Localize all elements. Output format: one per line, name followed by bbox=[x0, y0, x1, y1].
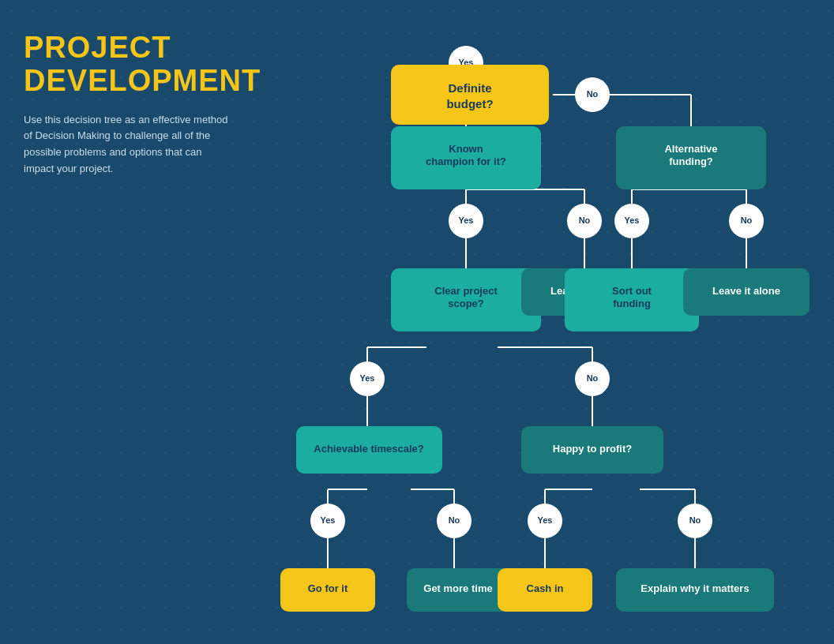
svg-text:Achievable timescale?: Achievable timescale? bbox=[314, 443, 424, 455]
yes-circle-alt: Yes bbox=[625, 215, 640, 225]
decision-tree-chart: Yes Definite budget? No Known champion f… bbox=[253, 16, 821, 631]
svg-text:Explain why it matters: Explain why it matters bbox=[641, 582, 749, 594]
svg-text:Alternative: Alternative bbox=[664, 143, 717, 155]
yes-circle-scope: Yes bbox=[360, 373, 375, 383]
svg-text:scope?: scope? bbox=[448, 298, 484, 309]
svg-text:Cash in: Cash in bbox=[527, 582, 564, 594]
svg-text:Clear project: Clear project bbox=[434, 285, 498, 297]
svg-text:Go for it: Go for it bbox=[308, 582, 348, 594]
svg-text:Happy to profit?: Happy to profit? bbox=[553, 443, 632, 455]
sidebar: PROJECT DEVELOPMENT Use this decision tr… bbox=[24, 32, 229, 178]
no-circle-scope: No bbox=[587, 373, 599, 383]
svg-text:Definite: Definite bbox=[448, 81, 491, 95]
no-circle-champion: No bbox=[579, 215, 591, 225]
title: PROJECT DEVELOPMENT bbox=[24, 32, 229, 98]
svg-text:Known: Known bbox=[449, 143, 483, 155]
description: Use this decision tree as an effective m… bbox=[24, 112, 229, 178]
svg-text:funding?: funding? bbox=[669, 155, 713, 167]
no-circle-alt: No bbox=[741, 215, 753, 225]
no-circle-profit: No bbox=[689, 515, 701, 525]
yes-circle-timescale: Yes bbox=[321, 515, 336, 525]
svg-text:Leave it alone: Leave it alone bbox=[712, 285, 780, 297]
yes-circle-profit: Yes bbox=[538, 515, 553, 525]
svg-text:champion for it?: champion for it? bbox=[426, 155, 506, 167]
yes-circle-champion: Yes bbox=[459, 215, 474, 225]
svg-text:budget?: budget? bbox=[446, 97, 493, 110]
no-circle-budget: No bbox=[587, 89, 599, 99]
no-circle-timescale: No bbox=[449, 515, 460, 525]
svg-text:Sort out: Sort out bbox=[612, 285, 652, 297]
definite-budget-node bbox=[391, 65, 549, 125]
svg-text:funding: funding bbox=[613, 298, 651, 309]
svg-text:Get more time: Get more time bbox=[423, 582, 492, 594]
